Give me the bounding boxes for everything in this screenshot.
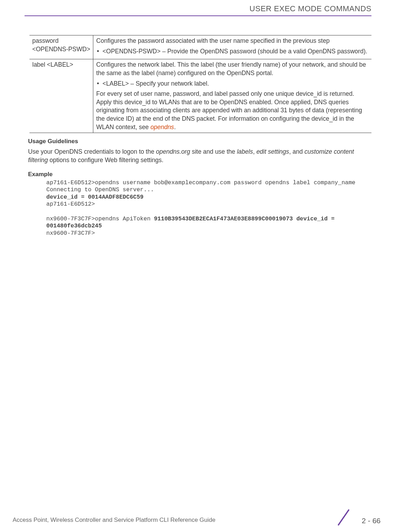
page: USER EXEC MODE COMMANDS password<OPENDNS… <box>0 0 396 532</box>
table-row: label <LABEL> Configures the network lab… <box>29 59 371 133</box>
page-number: 2 - 66 <box>362 517 381 525</box>
desc-cell: Configures the password associated with … <box>93 35 371 59</box>
bullet-item: <LABEL> – Specify your network label. <box>96 80 369 88</box>
text: site and use the <box>190 148 237 155</box>
param-text: password<OPENDNS-PSWD> <box>32 37 90 53</box>
usage-body: Use your OpenDNS credentials to logon to… <box>28 148 371 164</box>
code-line: Connecting to OpenDNS server... <box>46 186 154 193</box>
code-line: ap7161-E6D512> <box>46 201 95 207</box>
code-line: ap7161-E6D512>opendns username bob@examp… <box>46 179 355 186</box>
desc-text: Configures the network label. This the l… <box>96 61 369 77</box>
param-cell: password<OPENDNS-PSWD> <box>29 35 93 59</box>
desc-span: For every set of user name, password, an… <box>96 90 362 131</box>
param-cell: label <LABEL> <box>29 59 93 133</box>
text: , <box>253 148 256 155</box>
header-rule <box>25 15 371 16</box>
code-line-bold: device_id = 0014AADF8EDC6C59 <box>46 194 143 200</box>
example-block: ap7161-E6D512>opendns username bob@examp… <box>46 179 371 237</box>
code-line: nx9600-7F3C7F> <box>46 230 95 237</box>
page-header: USER EXEC MODE COMMANDS <box>249 4 371 13</box>
svg-line-0 <box>338 510 349 525</box>
desc-cell: Configures the network label. This the l… <box>93 59 371 133</box>
opendns-link[interactable]: opendns <box>150 124 174 131</box>
usage-heading: Usage Guidelines <box>28 138 371 145</box>
text: Use your OpenDNS credentials to logon to… <box>28 148 156 155</box>
footer-text: Access Point, Wireless Controller and Se… <box>13 517 215 524</box>
code-line: nx9600-7F3C7F>opendns ApiToken <box>46 215 154 222</box>
example-heading: Example <box>28 171 371 178</box>
content: password<OPENDNS-PSWD> Configures the pa… <box>29 35 371 237</box>
desc-text: For every set of user name, password, an… <box>96 90 369 131</box>
text: , and <box>289 148 304 155</box>
text-italic: opendns.org <box>156 148 190 155</box>
bullet-item: <OPENDNS-PSWD> – Provide the OpenDNS pas… <box>96 47 369 56</box>
slash-icon <box>334 508 353 527</box>
desc-span: . <box>174 124 176 131</box>
desc-text: Configures the password associated with … <box>96 37 369 45</box>
text-italic: labels <box>237 148 253 155</box>
parameter-table: password<OPENDNS-PSWD> Configures the pa… <box>29 35 371 133</box>
text-italic: edit settings <box>256 148 289 155</box>
text: options to configure Web filtering setti… <box>48 157 163 164</box>
table-row: password<OPENDNS-PSWD> Configures the pa… <box>29 35 371 59</box>
